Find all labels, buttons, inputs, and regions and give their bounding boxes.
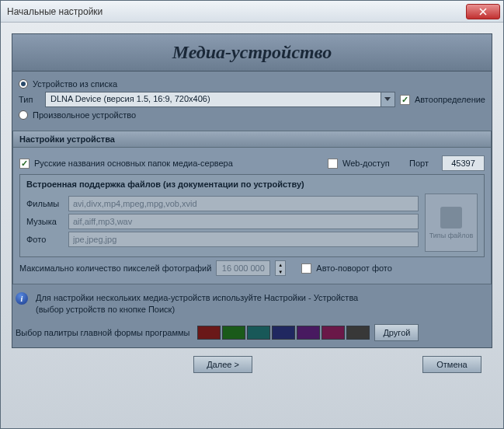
titlebar: Начальные настройки [1,1,503,23]
panel-header: Медиа-устройство [12,34,492,72]
auto-rotate-checkbox[interactable] [301,263,311,274]
radio-device-from-list-label: Устройство из списка [33,79,117,89]
palette-swatch-3[interactable] [272,326,295,340]
palette-swatch-4[interactable] [297,326,320,340]
music-input [68,214,419,229]
photo-label: Фото [26,235,64,244]
russian-folders-label: Русские названия основных папок медиа-се… [34,159,323,168]
info-icon: i [16,292,28,305]
palette-swatch-0[interactable] [197,326,221,340]
web-access-label: Web-доступ [342,159,405,168]
file-types-icon [440,207,462,228]
info-text: Для настройки нескольких медиа-устройств… [36,292,358,316]
russian-folders-checkbox[interactable] [19,159,30,169]
main-panel: Медиа-устройство Устройство из списка Ти… [12,33,492,348]
palette-label: Выбор палитры главной формы программы [16,328,189,337]
palette-swatch-1[interactable] [222,326,245,340]
radio-custom-device[interactable] [19,110,28,120]
footer: Далее > Отмена [12,348,492,381]
file-types-button[interactable]: Типы файлов [425,194,478,252]
auto-detect-checkbox[interactable] [400,95,410,105]
builtin-support-group: Встроенная поддержка файлов (из документ… [19,174,485,257]
palette-row: Выбор палитры главной формы программы Др… [16,324,488,341]
other-color-button[interactable]: Другой [374,324,419,341]
music-label: Музыка [26,217,64,226]
auto-detect-label: Автоопределение [415,95,485,104]
type-label: Тип [19,95,40,104]
info-row: i Для настройки нескольких медиа-устройс… [16,292,488,316]
palette-swatch-6[interactable] [346,326,370,340]
max-pixels-label: Максимально количество пикселей фотограф… [19,263,211,273]
device-type-select[interactable]: DLNA Device (версия 1.5, 16:9, 720x406) [45,92,395,107]
max-pixels-spinner[interactable]: ▲ ▼ [275,260,286,276]
radio-device-from-list[interactable] [19,79,28,89]
device-source-section: Устройство из списка Тип DLNA Device (ве… [12,72,492,127]
close-button[interactable] [466,4,500,19]
window: Начальные настройки Медиа-устройство Уст… [0,0,504,429]
device-settings-group: Настройки устройства Русские названия ос… [12,131,492,284]
web-access-checkbox[interactable] [328,159,338,169]
content-area: Медиа-устройство Устройство из списка Ти… [1,23,503,392]
file-types-label: Типы файлов [429,232,474,239]
movies-input [68,196,419,211]
window-title: Начальные настройки [4,6,466,17]
panel-title: Медиа-устройство [172,42,332,62]
port-label: Порт [409,159,437,168]
palette-swatches [197,326,370,340]
spinner-up[interactable]: ▲ [276,261,285,268]
chevron-down-icon[interactable] [381,92,395,106]
device-settings-header: Настройки устройства [13,131,491,148]
close-icon [479,8,487,16]
photo-input [68,232,419,247]
builtin-support-title: Встроенная поддержка файлов (из документ… [26,180,478,189]
palette-swatch-2[interactable] [247,326,270,340]
next-button[interactable]: Далее > [193,356,252,373]
port-input[interactable] [442,155,485,171]
auto-rotate-label: Авто-поворот фото [316,263,392,273]
spinner-down[interactable]: ▼ [276,268,285,275]
radio-custom-device-label: Произвольное устройство [33,110,136,120]
max-pixels-input [216,260,270,276]
cancel-button[interactable]: Отмена [422,356,481,373]
palette-swatch-5[interactable] [322,326,345,340]
movies-label: Фильмы [26,199,64,208]
device-type-value: DLNA Device (версия 1.5, 16:9, 720x406) [46,92,381,106]
